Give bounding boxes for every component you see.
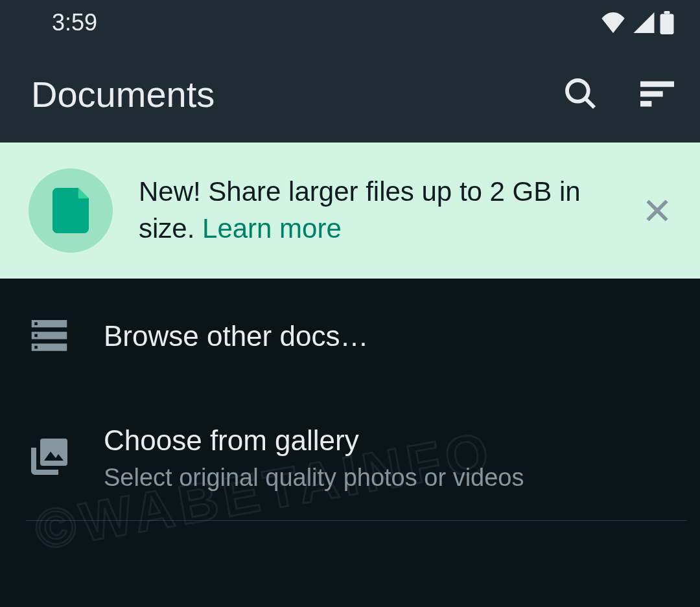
banner-text: New! Share larger files up to 2 GB in si…: [139, 174, 617, 247]
gallery-subtitle: Select original quality photos or videos: [104, 464, 669, 492]
list-item-text: Browse other docs…: [104, 317, 669, 354]
choose-gallery-item[interactable]: Choose from gallery Select original qual…: [0, 393, 700, 520]
svg-rect-6: [640, 101, 651, 107]
status-icons: [600, 11, 674, 34]
battery-icon: [660, 11, 674, 34]
cellular-icon: [631, 12, 655, 33]
status-time: 3:59: [52, 9, 97, 36]
browse-docs-item[interactable]: Browse other docs…: [0, 279, 700, 393]
document-icon: [52, 188, 89, 233]
wifi-icon: [600, 12, 626, 33]
svg-rect-15: [40, 439, 67, 466]
app-bar-actions: [563, 76, 674, 112]
storage-icon: [31, 320, 67, 352]
divider: [26, 520, 687, 521]
banner-icon-circle: [29, 168, 113, 253]
banner-learn-more-link[interactable]: Learn more: [202, 213, 342, 244]
svg-rect-0: [660, 14, 674, 35]
status-bar: 3:59: [0, 0, 700, 45]
browse-docs-title: Browse other docs…: [104, 317, 669, 354]
svg-rect-5: [640, 91, 663, 97]
gallery-icon: [31, 437, 67, 476]
info-banner: New! Share larger files up to 2 GB in si…: [0, 143, 700, 279]
svg-point-2: [567, 80, 589, 102]
close-icon[interactable]: [643, 196, 671, 225]
svg-rect-4: [640, 82, 674, 87]
svg-rect-12: [34, 322, 38, 325]
svg-rect-1: [664, 11, 670, 14]
sort-icon[interactable]: [640, 81, 674, 107]
svg-line-3: [585, 98, 594, 108]
list-item-text: Choose from gallery Select original qual…: [104, 422, 669, 492]
page-title: Documents: [31, 73, 215, 115]
app-bar: Documents: [0, 45, 700, 143]
svg-rect-13: [34, 334, 38, 337]
gallery-title: Choose from gallery: [104, 422, 669, 459]
svg-rect-14: [34, 345, 38, 349]
search-icon[interactable]: [563, 76, 599, 112]
